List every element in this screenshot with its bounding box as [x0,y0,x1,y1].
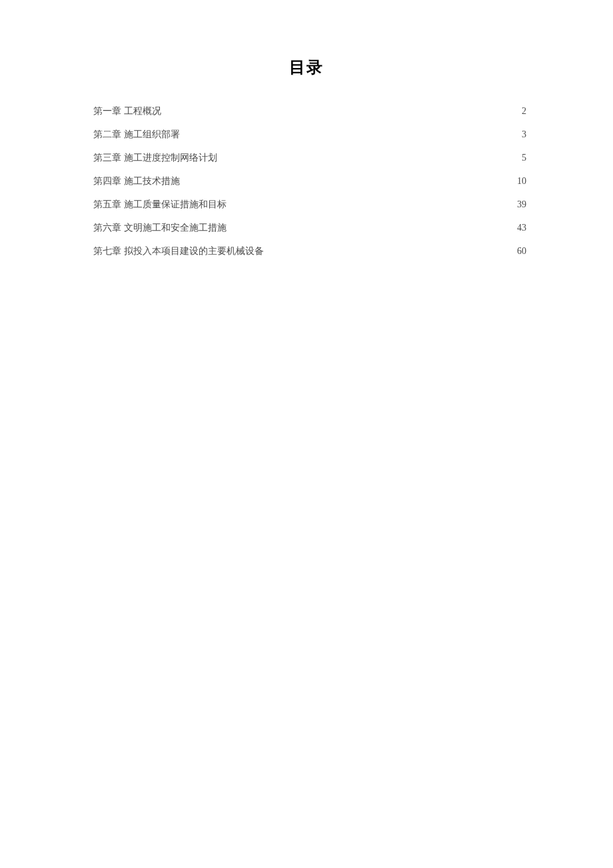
toc-leader [183,175,515,184]
toc-leader [267,245,515,254]
toc-label: 第六章 文明施工和安全施工措施 [93,216,227,239]
toc-leader [229,198,515,207]
toc-leader [183,128,520,137]
toc-page: 60 [517,239,526,263]
toc-leader [164,105,520,114]
toc-entry: 第三章 施工进度控制网络计划 5 [93,146,526,169]
toc-label: 第一章 工程概况 [93,99,161,123]
toc-page: 3 [522,123,526,146]
page-title: 目录 [0,57,613,78]
toc-label: 第二章 施工组织部署 [93,123,180,146]
toc-leader [220,151,520,161]
toc-container: 第一章 工程概况 2 第二章 施工组织部署 3 第三章 施工进度控制网络计划 5… [0,99,613,263]
toc-page: 5 [522,146,526,169]
toc-entry: 第六章 文明施工和安全施工措施 43 [93,216,526,239]
toc-page: 2 [522,99,526,123]
toc-label: 第三章 施工进度控制网络计划 [93,146,217,169]
toc-entry: 第四章 施工技术措施 10 [93,169,526,193]
toc-label: 第五章 施工质量保证措施和目标 [93,193,227,216]
toc-label: 第四章 施工技术措施 [93,169,180,193]
toc-page: 10 [517,169,526,193]
toc-page: 43 [517,216,526,239]
toc-leader [229,221,515,231]
toc-entry: 第五章 施工质量保证措施和目标 39 [93,193,526,216]
toc-label: 第七章 拟投入本项目建设的主要机械设备 [93,239,264,263]
toc-page: 39 [517,193,526,216]
toc-entry: 第一章 工程概况 2 [93,99,526,123]
toc-entry: 第二章 施工组织部署 3 [93,123,526,146]
toc-entry: 第七章 拟投入本项目建设的主要机械设备 60 [93,239,526,263]
